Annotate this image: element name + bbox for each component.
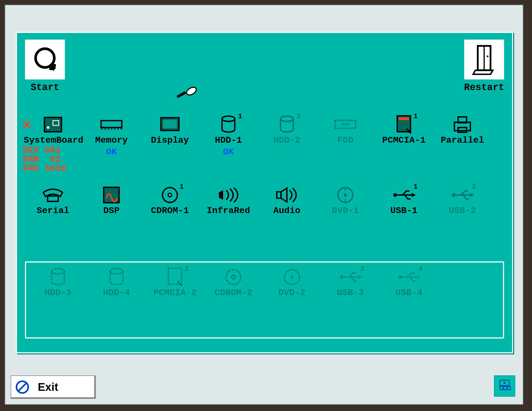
start-button[interactable]: Start [24, 40, 66, 93]
device-pcmcia-1[interactable]: 1 PCMCIA-1 [375, 114, 433, 157]
svg-marker-45 [417, 275, 421, 279]
svg-marker-28 [281, 188, 287, 202]
svg-rect-52 [507, 387, 510, 390]
svg-marker-32 [412, 193, 416, 197]
phone-icon [24, 184, 82, 206]
svg-rect-22 [48, 196, 58, 201]
speaker-icon [258, 184, 316, 206]
device-parallel[interactable]: Parallel [433, 114, 492, 157]
device-hdd-1[interactable]: 1 HDD-1 OK [199, 114, 258, 157]
svg-point-4 [487, 56, 489, 57]
device-audio[interactable]: Audio [258, 184, 316, 216]
device-hdd-4[interactable]: HDD-4 [87, 266, 146, 298]
device-hdd-3[interactable]: HDD-3 [29, 266, 87, 298]
fdd-icon [316, 114, 375, 135]
cd-icon [141, 184, 199, 206]
device-hdd-2[interactable]: 2 HDD-2 [258, 114, 316, 157]
device-label: SystemBoard [24, 135, 82, 145]
svg-rect-12 [163, 120, 177, 128]
svg-rect-3 [484, 46, 491, 70]
svg-point-13 [222, 116, 235, 121]
printer-icon [433, 114, 492, 135]
device-systemboard[interactable]: ✕ SystemBoard DEV 001 ERR 91 FRU 3610 [24, 114, 82, 157]
prohibit-icon [15, 380, 30, 395]
start-label: Start [24, 82, 66, 93]
svg-line-47 [18, 383, 27, 391]
memory-icon [82, 114, 141, 135]
device-dvd-1[interactable]: DVD-1 [316, 184, 375, 216]
device-label: FDD [316, 135, 375, 145]
restart-button[interactable]: Restart [463, 40, 505, 93]
svg-point-35 [52, 269, 64, 274]
hdd-icon [258, 114, 316, 135]
disabled-devices-box: HDD-3 HDD-4 2 PCMCIA-2 [25, 261, 504, 338]
svg-rect-10 [101, 121, 122, 128]
device-fdd[interactable]: FDD [316, 114, 375, 157]
device-label: CDROM-1 [141, 206, 199, 216]
svg-rect-18 [399, 117, 409, 120]
device-dvd-2[interactable]: DVD-2 [263, 266, 321, 298]
svg-point-5 [185, 86, 198, 97]
pcmcia-icon [146, 266, 204, 288]
device-pcmcia-2[interactable]: 2 PCMCIA-2 [146, 266, 204, 298]
start-icon [25, 40, 65, 79]
device-label: USB-3 [321, 288, 380, 298]
device-row-1: ✕ SystemBoard DEV 001 ERR 91 FRU 3610 Me… [24, 114, 505, 157]
device-usb-2[interactable]: 2 USB-2 [433, 184, 492, 216]
device-label: DVD-2 [263, 288, 321, 298]
infrared-icon [199, 184, 258, 206]
systemboard-icon [24, 114, 82, 135]
display-icon [141, 114, 199, 135]
device-label: CDROM-2 [204, 288, 263, 298]
device-usb-1[interactable]: 1 USB-1 [375, 184, 433, 216]
device-index: 1 [238, 112, 242, 120]
device-usb-3[interactable]: 3 USB-3 [321, 266, 380, 298]
svg-rect-51 [504, 387, 507, 390]
exit-button[interactable]: Exit [11, 375, 96, 399]
device-index: 1 [179, 183, 184, 191]
dvd-icon [316, 184, 375, 206]
restart-label: Restart [463, 82, 505, 93]
device-infrared[interactable]: InfraRed [199, 184, 258, 216]
usb-icon [380, 266, 438, 288]
device-serial[interactable]: Serial [24, 184, 82, 216]
device-label: HDD-3 [29, 288, 87, 298]
device-cdrom-1[interactable]: 1 CDROM-1 [141, 184, 199, 216]
status-ok: OK [199, 147, 258, 157]
svg-rect-50 [500, 387, 503, 390]
device-label: PCMCIA-2 [146, 288, 204, 298]
fail-x-icon: ✕ [22, 117, 32, 134]
device-index: 2 [185, 265, 189, 273]
diagnostic-panel: Start Restart ✕ [16, 32, 513, 353]
device-label: Audio [258, 206, 316, 216]
svg-point-41 [290, 276, 294, 279]
svg-point-38 [226, 270, 241, 285]
svg-point-30 [344, 193, 347, 197]
device-label: USB-1 [375, 206, 433, 216]
device-label: Memory [82, 135, 141, 145]
svg-point-36 [110, 269, 123, 274]
device-label: USB-4 [380, 288, 438, 298]
device-dsp[interactable]: DSP [82, 184, 141, 216]
device-cdrom-2[interactable]: CDROM-2 [204, 266, 263, 298]
svg-rect-16 [341, 123, 349, 126]
device-label: HDD-2 [258, 135, 316, 145]
device-display[interactable]: Display [141, 114, 199, 157]
svg-marker-43 [358, 275, 362, 279]
device-label: Display [141, 135, 199, 145]
system-info-button[interactable] [494, 375, 515, 397]
device-index: 1 [413, 112, 418, 120]
device-usb-4[interactable]: 4 USB-4 [380, 266, 438, 298]
device-memory[interactable]: Memory OK [82, 114, 141, 157]
device-label: DVD-1 [316, 206, 375, 216]
error-readout: DEV 001 ERR 91 FRU 3610 [23, 146, 66, 173]
device-row-3: HDD-3 HDD-4 2 PCMCIA-2 [29, 266, 500, 298]
device-row-2: Serial DSP 1 CDROM-1 InfraRed [24, 184, 505, 216]
hdd-icon [29, 266, 87, 288]
svg-point-14 [280, 116, 293, 121]
restart-icon [464, 40, 504, 79]
svg-marker-26 [219, 190, 223, 200]
svg-point-39 [232, 275, 235, 279]
device-index: 1 [413, 183, 418, 191]
exit-label: Exit [38, 381, 58, 393]
